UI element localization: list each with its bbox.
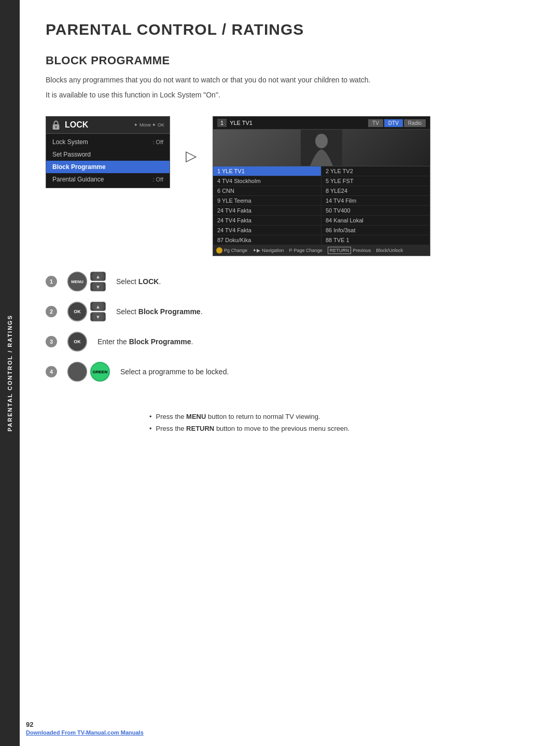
notes-area: • Press the MENU button to return to nor… (149, 413, 534, 432)
channel-row[interactable]: 24 TV4 Fakta (213, 226, 321, 235)
svg-point-4 (315, 134, 328, 148)
main-content: PARENTAL CONTROL / RATINGS BLOCK PROGRAM… (20, 0, 560, 457)
lock-menu-item-lock-system[interactable]: Lock System : Off (46, 136, 170, 148)
page-title: PARENTAL CONTROL / RATINGS (46, 21, 534, 38)
lock-menu-item-set-password[interactable]: Set Password (46, 148, 170, 161)
page-icon: P (289, 248, 292, 253)
note-1: • Press the MENU button to return to nor… (149, 413, 534, 420)
step-1: 1 MENU ▲ ▼ Select LOCK. (46, 272, 534, 291)
tab-buttons: TV DTV Radio (368, 119, 426, 127)
channel-number: 1 (217, 119, 227, 127)
lock-menu-items: Lock System : Off Set Password Block Pro… (46, 134, 170, 188)
channel-row[interactable]: 87 Doku/Kika (213, 235, 321, 245)
parental-guidance-value: : Off (152, 176, 163, 182)
lock-icon (51, 120, 61, 130)
channel-row[interactable]: 50 TV400 (321, 206, 430, 216)
tab-radio[interactable]: Radio (404, 119, 426, 127)
page-number: 92 (26, 721, 33, 728)
menu-button[interactable]: MENU (67, 272, 87, 291)
down-arrow-icon-2[interactable]: ▼ (90, 312, 106, 321)
step-1-buttons: MENU ▲ ▼ (67, 272, 106, 291)
nav-page-change: P Page Change (289, 248, 323, 253)
sidebar-label: PARENTAL CONTROL / RATINGS (7, 315, 13, 431)
nav-block-unlock: Block/Unlock (376, 248, 403, 253)
page-change-label: Page Change (294, 248, 323, 253)
lock-nav-hint: ✦ Move ✦ OK (134, 122, 164, 128)
step-4-buttons: GREEN (67, 362, 110, 382)
footer-link[interactable]: Downloaded From TV-Manual.com Manuals (26, 729, 144, 736)
block-programme-label: Block Programme (52, 163, 152, 171)
up-arrow-icon[interactable]: ▲ (90, 272, 106, 281)
channel-preview (213, 130, 430, 166)
pg-change-label: Pg Change (224, 248, 247, 253)
lock-menu-item-parental-guidance[interactable]: Parental Guidance : Off (46, 173, 170, 186)
description-1: Blocks any programmes that you do not wa… (46, 75, 534, 86)
channel-row[interactable]: 84 Kanal Lokal (321, 216, 430, 226)
note-2-bullet: • (149, 425, 152, 432)
channel-name: YLE TV1 (230, 120, 253, 126)
lock-menu-item-block-programme[interactable]: Block Programme (46, 161, 170, 173)
lock-menu-panel: LOCK ✦ Move ✦ OK Lock System : Off Set P… (46, 116, 170, 188)
preview-image (213, 130, 430, 166)
step-1-text: Select LOCK. (116, 277, 161, 286)
ok-button-2[interactable]: OK (67, 302, 87, 321)
navigation-arrows: ✦▶ (253, 248, 260, 253)
channel-row[interactable]: 88 TVE 1 (321, 235, 430, 245)
arrow-pair-1: ▲ ▼ (90, 272, 106, 291)
channel-row[interactable]: 86 Info/3sat (321, 226, 430, 235)
step-3: 3 OK Enter the Block Programme. (46, 332, 534, 351)
channel-row[interactable]: 24 TV4 Fakta (213, 216, 321, 226)
navigation-label: Navigation (262, 248, 284, 253)
channel-row[interactable]: 14 TV4 Film (321, 196, 430, 206)
nav-return: RETURN Previous (328, 247, 371, 254)
return-label: RETURN (328, 247, 352, 254)
step-3-num: 3 (46, 336, 57, 347)
channel-panel-header: 1 YLE TV1 TV DTV Radio (213, 117, 430, 130)
section-title: BLOCK PROGRAMME (46, 54, 534, 67)
up-arrow-icon-2[interactable]: ▲ (90, 302, 106, 311)
ok-button-3[interactable]: OK (67, 332, 87, 351)
note-2-text: Press the RETURN button to move to the p… (156, 425, 350, 432)
step-2-num: 2 (46, 306, 57, 317)
sidebar: PARENTAL CONTROL / RATINGS (0, 0, 20, 746)
parental-guidance-label: Parental Guidance (52, 176, 148, 183)
block-programme-icon (156, 163, 163, 171)
steps-area: 1 MENU ▲ ▼ Select LOCK. 2 OK ▲ ▼ Select … (46, 272, 534, 382)
channel-row[interactable]: 6 CNN (213, 186, 321, 196)
channel-row[interactable]: 9 YLE Teema (213, 196, 321, 206)
footer: 92 Downloaded From TV-Manual.com Manuals (26, 721, 144, 736)
step-3-buttons: OK (67, 332, 87, 351)
channel-nav-bar: Pg Change ✦▶ Navigation P Page Change RE… (213, 245, 430, 256)
channel-row[interactable]: 1 YLE TV1 (213, 166, 321, 176)
step-2: 2 OK ▲ ▼ Select Block Programme. (46, 302, 534, 321)
tab-dtv[interactable]: DTV (384, 119, 403, 127)
channel-row[interactable]: 4 TV4 Stockholm (213, 176, 321, 186)
channel-row[interactable]: 2 YLE TV2 (321, 166, 430, 176)
step-2-text: Select Block Programme. (116, 307, 203, 316)
description-2: It is available to use this function in … (46, 90, 534, 101)
tab-tv[interactable]: TV (368, 119, 383, 127)
note-1-text: Press the MENU button to return to norma… (156, 413, 320, 420)
channel-row[interactable]: 24 TV4 Fakta (213, 206, 321, 216)
lock-system-value: : Off (152, 139, 163, 145)
nav-pg-change: Pg Change (216, 247, 247, 254)
step-4: 4 GREEN Select a programme to be locked. (46, 362, 534, 382)
channel-row[interactable]: 8 YLE24 (321, 186, 430, 196)
channel-grid: 1 YLE TV1 2 YLE TV2 4 TV4 Stockholm 5 YL… (213, 166, 430, 245)
pg-change-icon (216, 247, 222, 254)
green-button[interactable]: GREEN (90, 362, 110, 382)
arrow-right: ▷ (180, 147, 202, 164)
lock-system-label: Lock System (52, 138, 148, 146)
channel-row[interactable]: 5 YLE FST (321, 176, 430, 186)
block-unlock-label: Block/Unlock (376, 248, 403, 253)
set-password-label: Set Password (52, 151, 163, 158)
nav-navigation: ✦▶ Navigation (253, 248, 284, 253)
step-2-buttons: OK ▲ ▼ (67, 302, 106, 321)
preview-silhouette (301, 130, 342, 166)
note-1-bullet: • (149, 413, 152, 420)
down-arrow-icon[interactable]: ▼ (90, 282, 106, 291)
arrow-pair-2: ▲ ▼ (90, 302, 106, 321)
step-4-num: 4 (46, 366, 57, 377)
previous-label: Previous (353, 248, 371, 253)
svg-rect-2 (55, 127, 57, 129)
